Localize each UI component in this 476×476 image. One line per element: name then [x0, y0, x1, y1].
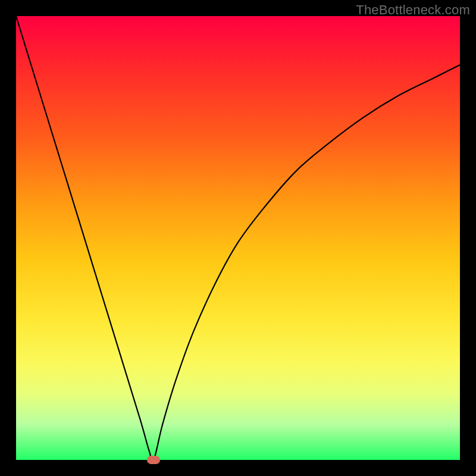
curve-path — [16, 16, 460, 460]
chart-frame: TheBottleneck.com — [0, 0, 476, 476]
minimum-marker — [147, 456, 160, 464]
watermark-text: TheBottleneck.com — [356, 2, 470, 18]
plot-area — [16, 16, 460, 460]
bottleneck-curve — [16, 16, 460, 460]
